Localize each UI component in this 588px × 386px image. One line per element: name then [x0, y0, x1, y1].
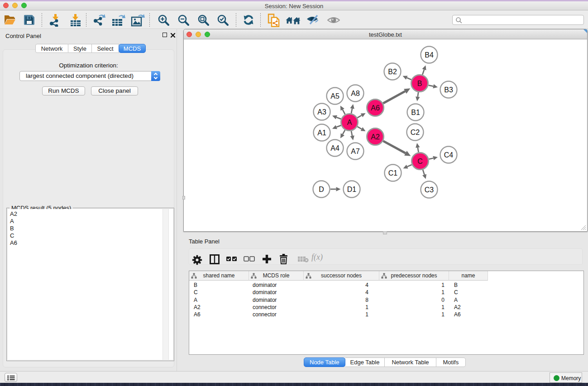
svg-text:A6: A6	[371, 104, 380, 112]
svg-text:B2: B2	[388, 68, 397, 76]
svg-text:B1: B1	[411, 109, 420, 116]
svg-text:A1: A1	[317, 129, 326, 137]
svg-text:B: B	[417, 80, 422, 87]
svg-text:A4: A4	[330, 144, 339, 152]
svg-text:B3: B3	[444, 86, 453, 94]
svg-text:A5: A5	[330, 92, 339, 100]
svg-text:C4: C4	[444, 151, 454, 159]
svg-text:C1: C1	[388, 169, 398, 177]
svg-text:D: D	[319, 186, 324, 193]
svg-text:A2: A2	[371, 133, 380, 141]
svg-text:D1: D1	[347, 186, 357, 193]
svg-text:A: A	[347, 119, 352, 126]
svg-text:A3: A3	[317, 108, 326, 116]
svg-text:A7: A7	[351, 148, 360, 155]
svg-text:A8: A8	[351, 90, 360, 97]
svg-text:C2: C2	[411, 129, 420, 136]
svg-text:C3: C3	[425, 186, 434, 194]
svg-text:C: C	[417, 157, 423, 165]
svg-text:B4: B4	[425, 51, 434, 59]
